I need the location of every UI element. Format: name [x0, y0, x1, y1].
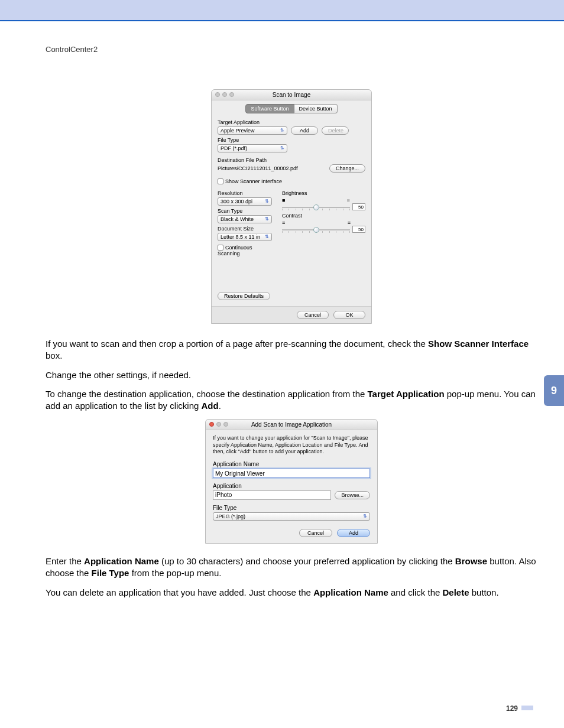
dark-icon: ■: [282, 197, 285, 203]
zoom-icon[interactable]: [223, 422, 228, 427]
delete-button: Delete: [322, 126, 349, 135]
window-titlebar: Scan to Image: [212, 90, 371, 100]
contrast-label: Contrast: [282, 213, 365, 219]
zoom-icon[interactable]: [229, 92, 234, 97]
brightness-slider[interactable]: 50: [282, 204, 365, 210]
scan-to-image-window: Scan to Image Software Button Device But…: [211, 89, 372, 324]
window-titlebar: Add Scan to Image Application: [206, 420, 377, 430]
application-name-label: Application Name: [213, 461, 370, 467]
light-icon: ■: [347, 197, 350, 203]
application-name-input[interactable]: [213, 469, 370, 478]
body-text: Enter the Application Name (up to 30 cha…: [46, 555, 537, 580]
minimize-icon[interactable]: [216, 422, 221, 427]
page-number: 129: [506, 704, 533, 713]
high-contrast-icon: ≡: [348, 220, 350, 226]
document-size-popup[interactable]: Letter 8.5 x 11 in⇅: [218, 233, 272, 241]
file-type-popup[interactable]: PDF (*.pdf)⇅: [218, 144, 287, 152]
file-type-popup[interactable]: JPEG (*.jpg)⇅: [213, 512, 370, 521]
brightness-value: 50: [352, 203, 365, 210]
page-header: ControlCenter2: [46, 45, 537, 54]
window-title: Scan to Image: [273, 92, 310, 98]
chevron-updown-icon: ⇅: [362, 515, 368, 518]
continuous-scanning-checkbox[interactable]: [218, 245, 223, 251]
show-scanner-checkbox[interactable]: [218, 178, 223, 184]
contrast-value: 50: [352, 226, 365, 233]
minimize-icon[interactable]: [222, 92, 227, 97]
change-button[interactable]: Change...: [329, 164, 365, 173]
file-type-label: File Type: [218, 137, 365, 143]
application-field[interactable]: iPhoto: [213, 490, 331, 500]
chevron-updown-icon: ⇅: [264, 217, 270, 221]
application-label: Application: [213, 483, 370, 489]
browse-button[interactable]: Browse...: [335, 491, 370, 499]
tab-device-button[interactable]: Device Button: [294, 104, 338, 113]
add-button[interactable]: Add: [337, 529, 370, 537]
destination-path-label: Destination File Path: [218, 157, 365, 163]
file-type-label: File Type: [213, 505, 370, 511]
window-title: Add Scan to Image Application: [251, 421, 332, 428]
body-text: If you want to scan and then crop a port…: [46, 338, 537, 362]
close-icon[interactable]: [215, 92, 220, 97]
chevron-updown-icon: ⇅: [279, 147, 285, 150]
document-size-label: Document Size: [218, 226, 274, 232]
tab-software-button[interactable]: Software Button: [245, 104, 294, 113]
chevron-updown-icon: ⇅: [279, 129, 285, 132]
scan-type-popup[interactable]: Black & White⇅: [218, 215, 272, 223]
contrast-slider[interactable]: 50: [282, 227, 365, 233]
cancel-button[interactable]: Cancel: [297, 311, 329, 319]
show-scanner-label: Show Scanner Interface: [225, 178, 282, 184]
chapter-tab: 9: [544, 375, 564, 406]
target-application-label: Target Application: [218, 119, 365, 125]
restore-defaults-button[interactable]: Restore Defaults: [218, 292, 270, 300]
resolution-label: Resolution: [218, 190, 274, 196]
chevron-updown-icon: ⇅: [264, 200, 270, 203]
scan-type-label: Scan Type: [218, 208, 274, 214]
cancel-button[interactable]: Cancel: [299, 529, 332, 537]
brightness-label: Brightness: [282, 190, 365, 196]
body-text: To change the destination application, c…: [46, 388, 537, 412]
target-application-popup[interactable]: Apple Preview⇅: [218, 126, 287, 135]
resolution-popup[interactable]: 300 x 300 dpi⇅: [218, 197, 272, 206]
ok-button[interactable]: OK: [333, 311, 365, 319]
body-text: You can delete an application that you h…: [46, 587, 537, 599]
destination-path-value: Pictures/CCI21112011_00002.pdf: [218, 165, 298, 171]
page-top-bar: [0, 0, 564, 21]
low-contrast-icon: ≡: [282, 220, 284, 226]
intro-text: If you want to change your application f…: [213, 435, 370, 455]
close-icon[interactable]: [209, 422, 214, 427]
body-text: Change the other settings, if needed.: [46, 369, 537, 381]
add-application-window: Add Scan to Image Application If you wan…: [205, 419, 378, 544]
chevron-updown-icon: ⇅: [264, 235, 270, 239]
add-button[interactable]: Add: [291, 126, 318, 135]
